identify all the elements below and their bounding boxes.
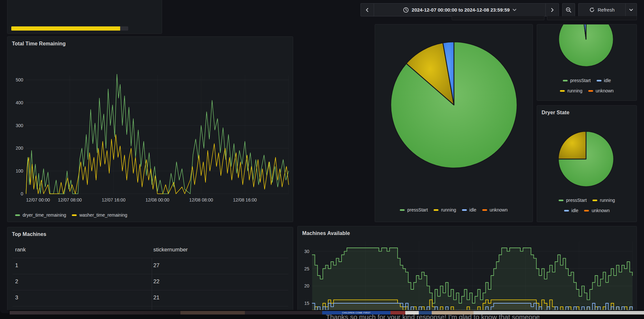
legend-row: runningunknown <box>537 88 637 93</box>
refresh-button[interactable]: Refresh <box>579 4 625 16</box>
total-time-chart[interactable]: 010020030040050012/07 00:0012/07 08:0012… <box>10 74 290 211</box>
column-header-stickernumber[interactable]: stickernumber <box>153 247 188 253</box>
legend-item-running[interactable]: running <box>434 207 456 212</box>
cutoff-panel-sliver <box>547 16 637 20</box>
small-pie[interactable] <box>537 24 637 78</box>
dashboard-window-corner <box>0 310 9 313</box>
bar-gauge-fill[interactable] <box>11 26 120 31</box>
legend-row: pressStartidle <box>537 78 637 83</box>
legend-item-unknown[interactable]: unknown <box>584 208 610 213</box>
legend-label: idle <box>604 78 611 83</box>
svg-text:12/07 08:00: 12/07 08:00 <box>58 197 82 202</box>
legend-swatch <box>563 80 568 81</box>
legend-item-running[interactable]: running <box>560 88 582 93</box>
svg-text:12/08 16:00: 12/08 16:00 <box>233 197 257 202</box>
refresh-label: Refresh <box>598 7 615 13</box>
svg-text:12/08 00:00: 12/08 00:00 <box>146 197 169 202</box>
background-window-message: Thanks so much for your kind response! I… <box>326 313 540 319</box>
legend-label: washer_time_remaining <box>79 212 127 218</box>
washer-state-pie-panel: pressStartrunningidleunknown <box>375 24 533 222</box>
legend-swatch <box>584 210 589 211</box>
chevron-left-icon <box>365 8 369 12</box>
panel-title[interactable]: Top Machines <box>12 231 46 237</box>
legend-item-unknown[interactable]: unknown <box>588 88 614 93</box>
legend-item-dryer_time_remaining[interactable]: dryer_time_remaining <box>15 212 66 218</box>
panel-title[interactable]: Machines Available <box>302 230 350 236</box>
legend-swatch <box>400 209 405 211</box>
legend-label: running <box>567 88 582 93</box>
chevron-down-icon <box>513 9 516 11</box>
legend-swatch <box>560 90 565 92</box>
legend-label: idle <box>469 207 476 212</box>
legend-swatch <box>434 209 438 211</box>
table-cell: 3 <box>15 295 18 301</box>
table-cell: 21 <box>153 295 159 301</box>
total-time-panel: Total Time Remaining 010020030040050012/… <box>7 36 293 222</box>
legend-label: unknown <box>596 88 614 93</box>
legend-item-pressStart[interactable]: pressStart <box>563 78 591 83</box>
time-range-button[interactable]: 2024-12-07 00:00:00 to 2024-12-08 23:59:… <box>374 4 545 16</box>
legend-swatch <box>559 200 563 201</box>
legend-swatch <box>592 200 597 201</box>
legend-item-idle[interactable]: idle <box>597 78 611 83</box>
legend-item-washer_time_remaining[interactable]: washer_time_remaining <box>72 212 127 218</box>
refresh-interval-button[interactable] <box>626 4 637 16</box>
legend-label: unknown <box>490 207 508 212</box>
legend-swatch <box>588 90 593 92</box>
dryer-state-pie[interactable] <box>537 128 637 192</box>
legend-item-idle[interactable]: idle <box>462 207 476 212</box>
legend-swatch <box>15 214 20 216</box>
zoom-out-button[interactable] <box>562 4 575 16</box>
legend-row: idleunknown <box>537 208 637 213</box>
time-range-text: 2024-12-07 00:00:00 to 2024-12-08 23:59:… <box>412 7 510 13</box>
legend-item-pressStart[interactable]: pressStart <box>400 207 428 212</box>
legend-swatch <box>564 210 569 211</box>
time-forward-button[interactable] <box>546 4 559 16</box>
time-back-button[interactable] <box>361 4 374 16</box>
legend-item-unknown[interactable]: unknown <box>482 207 508 212</box>
column-header-rank[interactable]: rank <box>15 247 26 253</box>
legend-row: pressStartrunning <box>537 198 637 203</box>
background-window-fragment <box>245 311 322 314</box>
legend-swatch <box>482 209 487 211</box>
chevron-right-icon <box>550 8 554 12</box>
grafana-dashboard: 2024-12-07 00:00:00 to 2024-12-08 23:59:… <box>0 0 644 319</box>
top-machines-panel: Top Machines rankstickernumber1272223214… <box>7 227 293 316</box>
svg-text:15: 15 <box>304 301 309 306</box>
legend-label: idle <box>572 208 579 213</box>
legend-label: running <box>441 207 456 212</box>
svg-text:500: 500 <box>16 77 24 82</box>
cutoff-panel-sliver <box>452 16 544 20</box>
table-cell: 1 <box>15 262 18 269</box>
svg-text:12/07 16:00: 12/07 16:00 <box>102 197 126 202</box>
legend-swatch <box>597 80 601 81</box>
washer-state-pie[interactable] <box>375 24 533 205</box>
legend-item-running[interactable]: running <box>592 198 615 203</box>
legend-label: running <box>600 198 615 203</box>
bar-gauge-panel <box>7 0 162 34</box>
legend-label: pressStart <box>407 207 428 212</box>
background-window-fragment <box>180 311 245 314</box>
refresh-group: Refresh <box>578 3 637 16</box>
legend-item-pressStart[interactable]: pressStart <box>559 198 587 203</box>
svg-text:200: 200 <box>16 145 24 151</box>
legend-item-idle[interactable]: idle <box>564 208 579 213</box>
table-cell: 27 <box>153 262 159 269</box>
machines-available-chart[interactable]: 15202530 <box>300 241 635 314</box>
svg-text:30: 30 <box>304 249 309 254</box>
total-time-legend: dryer_time_remainingwasher_time_remainin… <box>7 212 293 218</box>
panel-title[interactable]: Dryer State <box>542 110 569 116</box>
washer-state-legend: pressStartrunningidleunknown <box>375 207 533 212</box>
svg-text:300: 300 <box>16 123 24 128</box>
magnifier-minus-icon <box>566 7 572 13</box>
panel-title[interactable]: Total Time Remaining <box>12 41 66 47</box>
svg-text:100: 100 <box>16 168 24 174</box>
svg-text:12/07 00:00: 12/07 00:00 <box>26 197 50 202</box>
legend-label: pressStart <box>570 78 591 83</box>
table-cell: 22 <box>153 278 159 285</box>
time-picker-group: 2024-12-07 00:00:00 to 2024-12-08 23:59:… <box>360 3 559 16</box>
small-pie-panel: pressStartidlerunningunknown <box>537 24 637 101</box>
legend-label: pressStart <box>566 198 587 203</box>
table-cell: 2 <box>15 278 18 285</box>
legend-swatch <box>72 214 77 216</box>
